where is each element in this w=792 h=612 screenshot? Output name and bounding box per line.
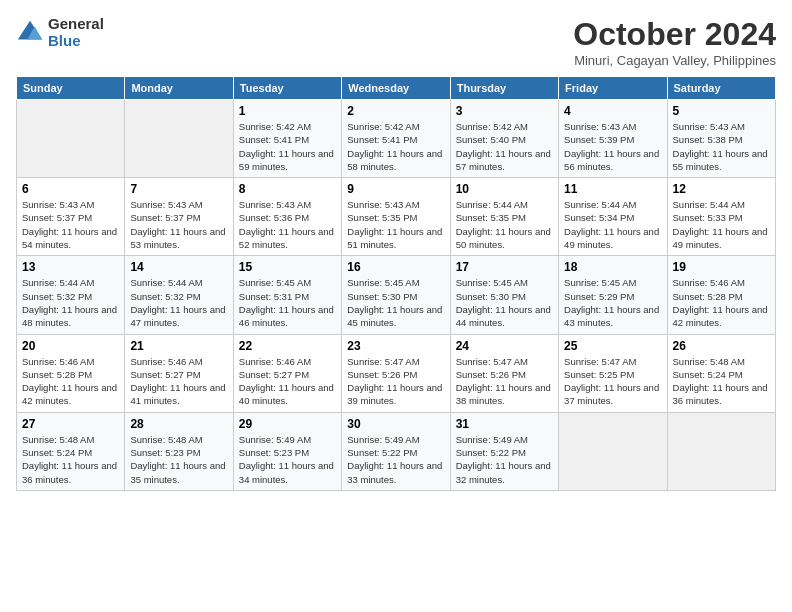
day-cell: 4Sunrise: 5:43 AMSunset: 5:39 PMDaylight… — [559, 100, 667, 178]
day-cell: 29Sunrise: 5:49 AMSunset: 5:23 PMDayligh… — [233, 412, 341, 490]
day-detail: Sunrise: 5:48 AMSunset: 5:24 PMDaylight:… — [673, 355, 770, 408]
day-number: 26 — [673, 339, 770, 353]
header-sunday: Sunday — [17, 77, 125, 100]
day-detail: Sunrise: 5:44 AMSunset: 5:32 PMDaylight:… — [22, 276, 119, 329]
day-cell: 6Sunrise: 5:43 AMSunset: 5:37 PMDaylight… — [17, 178, 125, 256]
day-number: 17 — [456, 260, 553, 274]
day-cell: 26Sunrise: 5:48 AMSunset: 5:24 PMDayligh… — [667, 334, 775, 412]
day-number: 9 — [347, 182, 444, 196]
day-number: 23 — [347, 339, 444, 353]
day-number: 27 — [22, 417, 119, 431]
day-cell: 5Sunrise: 5:43 AMSunset: 5:38 PMDaylight… — [667, 100, 775, 178]
day-detail: Sunrise: 5:48 AMSunset: 5:23 PMDaylight:… — [130, 433, 227, 486]
day-detail: Sunrise: 5:43 AMSunset: 5:35 PMDaylight:… — [347, 198, 444, 251]
day-cell: 8Sunrise: 5:43 AMSunset: 5:36 PMDaylight… — [233, 178, 341, 256]
day-number: 8 — [239, 182, 336, 196]
day-detail: Sunrise: 5:45 AMSunset: 5:31 PMDaylight:… — [239, 276, 336, 329]
day-cell: 31Sunrise: 5:49 AMSunset: 5:22 PMDayligh… — [450, 412, 558, 490]
day-number: 14 — [130, 260, 227, 274]
week-row-1: 1Sunrise: 5:42 AMSunset: 5:41 PMDaylight… — [17, 100, 776, 178]
month-title: October 2024 — [573, 16, 776, 53]
day-detail: Sunrise: 5:44 AMSunset: 5:34 PMDaylight:… — [564, 198, 661, 251]
day-number: 31 — [456, 417, 553, 431]
day-detail: Sunrise: 5:46 AMSunset: 5:27 PMDaylight:… — [239, 355, 336, 408]
day-detail: Sunrise: 5:48 AMSunset: 5:24 PMDaylight:… — [22, 433, 119, 486]
header-wednesday: Wednesday — [342, 77, 450, 100]
location-subtitle: Minuri, Cagayan Valley, Philippines — [573, 53, 776, 68]
day-cell: 23Sunrise: 5:47 AMSunset: 5:26 PMDayligh… — [342, 334, 450, 412]
day-cell: 15Sunrise: 5:45 AMSunset: 5:31 PMDayligh… — [233, 256, 341, 334]
day-number: 6 — [22, 182, 119, 196]
day-cell: 7Sunrise: 5:43 AMSunset: 5:37 PMDaylight… — [125, 178, 233, 256]
day-number: 1 — [239, 104, 336, 118]
day-number: 2 — [347, 104, 444, 118]
day-cell: 11Sunrise: 5:44 AMSunset: 5:34 PMDayligh… — [559, 178, 667, 256]
day-detail: Sunrise: 5:45 AMSunset: 5:29 PMDaylight:… — [564, 276, 661, 329]
day-cell: 28Sunrise: 5:48 AMSunset: 5:23 PMDayligh… — [125, 412, 233, 490]
day-number: 29 — [239, 417, 336, 431]
day-cell: 14Sunrise: 5:44 AMSunset: 5:32 PMDayligh… — [125, 256, 233, 334]
day-detail: Sunrise: 5:44 AMSunset: 5:35 PMDaylight:… — [456, 198, 553, 251]
day-detail: Sunrise: 5:46 AMSunset: 5:28 PMDaylight:… — [673, 276, 770, 329]
title-block: October 2024 Minuri, Cagayan Valley, Phi… — [573, 16, 776, 68]
day-detail: Sunrise: 5:47 AMSunset: 5:26 PMDaylight:… — [347, 355, 444, 408]
day-number: 15 — [239, 260, 336, 274]
day-detail: Sunrise: 5:42 AMSunset: 5:41 PMDaylight:… — [347, 120, 444, 173]
day-cell: 2Sunrise: 5:42 AMSunset: 5:41 PMDaylight… — [342, 100, 450, 178]
day-cell: 13Sunrise: 5:44 AMSunset: 5:32 PMDayligh… — [17, 256, 125, 334]
day-cell: 20Sunrise: 5:46 AMSunset: 5:28 PMDayligh… — [17, 334, 125, 412]
day-number: 16 — [347, 260, 444, 274]
week-row-2: 6Sunrise: 5:43 AMSunset: 5:37 PMDaylight… — [17, 178, 776, 256]
day-cell: 21Sunrise: 5:46 AMSunset: 5:27 PMDayligh… — [125, 334, 233, 412]
day-number: 30 — [347, 417, 444, 431]
day-detail: Sunrise: 5:47 AMSunset: 5:25 PMDaylight:… — [564, 355, 661, 408]
day-detail: Sunrise: 5:49 AMSunset: 5:22 PMDaylight:… — [456, 433, 553, 486]
day-number: 10 — [456, 182, 553, 196]
day-detail: Sunrise: 5:44 AMSunset: 5:33 PMDaylight:… — [673, 198, 770, 251]
day-number: 4 — [564, 104, 661, 118]
day-detail: Sunrise: 5:45 AMSunset: 5:30 PMDaylight:… — [347, 276, 444, 329]
header-friday: Friday — [559, 77, 667, 100]
day-number: 21 — [130, 339, 227, 353]
day-detail: Sunrise: 5:42 AMSunset: 5:40 PMDaylight:… — [456, 120, 553, 173]
header-saturday: Saturday — [667, 77, 775, 100]
day-detail: Sunrise: 5:43 AMSunset: 5:37 PMDaylight:… — [130, 198, 227, 251]
header-tuesday: Tuesday — [233, 77, 341, 100]
day-cell: 18Sunrise: 5:45 AMSunset: 5:29 PMDayligh… — [559, 256, 667, 334]
day-cell: 17Sunrise: 5:45 AMSunset: 5:30 PMDayligh… — [450, 256, 558, 334]
day-cell — [17, 100, 125, 178]
day-cell: 10Sunrise: 5:44 AMSunset: 5:35 PMDayligh… — [450, 178, 558, 256]
day-detail: Sunrise: 5:44 AMSunset: 5:32 PMDaylight:… — [130, 276, 227, 329]
day-detail: Sunrise: 5:43 AMSunset: 5:39 PMDaylight:… — [564, 120, 661, 173]
day-cell: 19Sunrise: 5:46 AMSunset: 5:28 PMDayligh… — [667, 256, 775, 334]
day-cell: 25Sunrise: 5:47 AMSunset: 5:25 PMDayligh… — [559, 334, 667, 412]
week-row-5: 27Sunrise: 5:48 AMSunset: 5:24 PMDayligh… — [17, 412, 776, 490]
day-number: 19 — [673, 260, 770, 274]
day-cell: 22Sunrise: 5:46 AMSunset: 5:27 PMDayligh… — [233, 334, 341, 412]
day-number: 25 — [564, 339, 661, 353]
day-number: 11 — [564, 182, 661, 196]
day-number: 20 — [22, 339, 119, 353]
calendar-header-row: SundayMondayTuesdayWednesdayThursdayFrid… — [17, 77, 776, 100]
day-detail: Sunrise: 5:43 AMSunset: 5:38 PMDaylight:… — [673, 120, 770, 173]
header-thursday: Thursday — [450, 77, 558, 100]
day-cell: 27Sunrise: 5:48 AMSunset: 5:24 PMDayligh… — [17, 412, 125, 490]
week-row-4: 20Sunrise: 5:46 AMSunset: 5:28 PMDayligh… — [17, 334, 776, 412]
logo-text-line1: General — [48, 16, 104, 33]
day-cell: 16Sunrise: 5:45 AMSunset: 5:30 PMDayligh… — [342, 256, 450, 334]
day-cell: 3Sunrise: 5:42 AMSunset: 5:40 PMDaylight… — [450, 100, 558, 178]
day-number: 3 — [456, 104, 553, 118]
day-detail: Sunrise: 5:49 AMSunset: 5:23 PMDaylight:… — [239, 433, 336, 486]
day-cell: 24Sunrise: 5:47 AMSunset: 5:26 PMDayligh… — [450, 334, 558, 412]
day-detail: Sunrise: 5:46 AMSunset: 5:27 PMDaylight:… — [130, 355, 227, 408]
day-detail: Sunrise: 5:42 AMSunset: 5:41 PMDaylight:… — [239, 120, 336, 173]
day-detail: Sunrise: 5:43 AMSunset: 5:36 PMDaylight:… — [239, 198, 336, 251]
page-header: General Blue October 2024 Minuri, Cagaya… — [16, 16, 776, 68]
day-cell: 12Sunrise: 5:44 AMSunset: 5:33 PMDayligh… — [667, 178, 775, 256]
day-number: 22 — [239, 339, 336, 353]
day-number: 7 — [130, 182, 227, 196]
day-cell — [125, 100, 233, 178]
header-monday: Monday — [125, 77, 233, 100]
day-detail: Sunrise: 5:47 AMSunset: 5:26 PMDaylight:… — [456, 355, 553, 408]
day-cell: 9Sunrise: 5:43 AMSunset: 5:35 PMDaylight… — [342, 178, 450, 256]
